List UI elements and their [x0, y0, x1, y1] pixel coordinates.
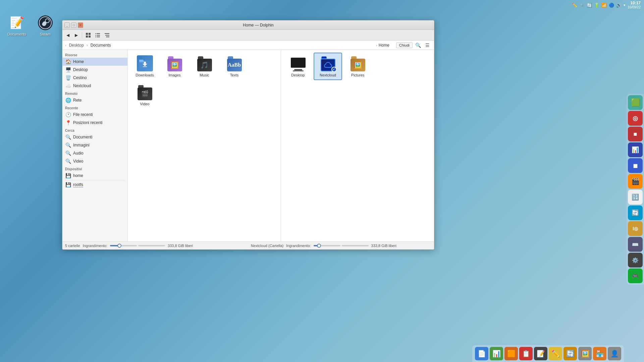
- file-item-music[interactable]: 🎵 Music: [190, 53, 219, 80]
- statusbar-right: Nextcloud (Cartella) Ingrandimento: 333,…: [248, 244, 434, 248]
- file-item-nextcloud2[interactable]: ✓ Nextcloud: [314, 53, 342, 80]
- file-item-pictures[interactable]: 🖼️ Pictures: [343, 53, 372, 80]
- sidebar-item-documenti[interactable]: 🔍 Documenti: [62, 133, 127, 141]
- taskbar-icon-writer[interactable]: ✏️: [549, 347, 562, 360]
- taskbar-icon-updater[interactable]: 🔄: [564, 347, 577, 360]
- forward-icon: ▶: [75, 33, 78, 38]
- sidebar-item-documenti-label: Documenti: [73, 135, 92, 139]
- forward-button[interactable]: ▶: [73, 31, 80, 39]
- close-panel-button[interactable]: Chiudi: [396, 42, 413, 48]
- home-dev-icon: 💾: [65, 173, 71, 178]
- sidebar-item-video-search[interactable]: 🔍 Video: [62, 157, 127, 165]
- toolbar-separator-1: [82, 32, 82, 39]
- sidebar-item-file-recenti[interactable]: 🕐 File recenti: [62, 111, 127, 119]
- topbar-edit-icon[interactable]: ✏️: [572, 3, 577, 8]
- dock-icon-app11[interactable]: ⚙️: [628, 253, 643, 267]
- topbar-expand-icon[interactable]: ▾: [624, 3, 626, 7]
- dock-icon-steam2[interactable]: 🎮: [628, 268, 643, 283]
- dock-icon-app1[interactable]: 🟩: [628, 95, 643, 110]
- dock-icon-app10[interactable]: ⌨️: [628, 237, 643, 252]
- taskbar-icon-presentation[interactable]: 📋: [519, 347, 533, 360]
- panel2-status: Nextcloud (Cartella): [251, 244, 283, 248]
- taskbar-icon-store[interactable]: 🏪: [593, 347, 606, 360]
- breadcrumb-desktop[interactable]: Desktop: [68, 42, 85, 48]
- sidebar-item-desktop[interactable]: 🖥️ Desktop: [62, 66, 127, 74]
- file-item-images[interactable]: 🖼️ Images: [160, 53, 189, 80]
- taskbar-icon-files[interactable]: 📄: [475, 347, 488, 360]
- sidebar-item-rete[interactable]: 🌐 Rete: [62, 96, 127, 104]
- taskbar-icon-notes[interactable]: 📝: [534, 347, 547, 360]
- desktop-icon-steam[interactable]: Steam: [32, 13, 59, 38]
- dock-icon-app2[interactable]: ◎: [628, 111, 643, 126]
- taskbar-icon-user[interactable]: 👤: [608, 347, 621, 360]
- dock-icon-vlc[interactable]: 🎬: [628, 174, 643, 189]
- back-button[interactable]: ◀: [64, 31, 71, 39]
- taskbar-icon-spreadsheet[interactable]: 📊: [490, 347, 503, 360]
- search-button[interactable]: 🔍: [414, 41, 422, 49]
- view-tree-icon: [105, 33, 109, 38]
- svg-rect-8: [97, 35, 100, 36]
- window-minimize-btn[interactable]: _: [64, 22, 70, 28]
- topbar-bluetooth-icon: 📶: [601, 3, 607, 8]
- panel2-zoom-thumb: [317, 244, 321, 248]
- file-panels: Downloads 🖼️: [128, 50, 434, 241]
- video-label: Video: [140, 102, 150, 106]
- desktop-icon-documents[interactable]: 📝 Documents: [3, 13, 30, 38]
- file-item-video[interactable]: 🎬 Video: [130, 81, 159, 109]
- svg-rect-19: [143, 66, 147, 67]
- taskbar-icon-viewer[interactable]: 🖼️: [578, 347, 592, 360]
- dock-icon-app5[interactable]: ◼: [628, 158, 643, 173]
- dock-icon-app9[interactable]: I◎: [628, 221, 643, 236]
- view-icons-button[interactable]: [84, 31, 92, 39]
- window-close-btn[interactable]: ✕: [78, 22, 83, 28]
- file-grid-1: Downloads 🖼️: [130, 53, 278, 109]
- downloads-folder-icon: [137, 55, 153, 71]
- dock-icon-app4[interactable]: 📊: [628, 142, 643, 157]
- sidebar-item-home-dev-label: home: [73, 173, 83, 178]
- svg-rect-5: [86, 36, 88, 38]
- taskbar-icon-kanboard[interactable]: 🟧: [504, 347, 518, 360]
- panel1-zoom-slider[interactable]: [110, 245, 137, 246]
- bottom-taskbar: 📄 📊 🟧 📋 📝 ✏️ 🔄 🖼️ 🏪 👤: [472, 345, 624, 362]
- toolbar: ◀ ▶: [62, 30, 434, 41]
- panel2-zoom-slider[interactable]: [314, 245, 340, 246]
- svg-rect-14: [105, 35, 109, 36]
- dolphin-window: _ □ ✕ Home — Dolphin ◀ ▶: [62, 20, 434, 250]
- topbar-refresh-icon[interactable]: 🔄: [587, 3, 592, 8]
- topbar-config-icon[interactable]: ⚙️: [579, 3, 585, 8]
- file-item-desktop2[interactable]: Desktop: [284, 53, 312, 80]
- back-icon: ◀: [66, 33, 69, 38]
- dock-icon-app3[interactable]: ■: [628, 127, 643, 141]
- sidebar-item-rootfs[interactable]: 💾 rootfs: [62, 181, 127, 189]
- rete-icon: 🌐: [65, 98, 71, 103]
- documenti-search-icon: 🔍: [65, 134, 71, 140]
- dock-icon-app8[interactable]: 🔄: [628, 205, 643, 220]
- menu-button[interactable]: ☰: [423, 41, 431, 49]
- pictures-folder-icon: 🖼️: [350, 55, 366, 71]
- sidebar-item-home-dev[interactable]: 💾 home: [62, 172, 127, 180]
- texts-label: Texts: [230, 73, 239, 77]
- sidebar: Risorse 🏠 Home 🖥️ Desktop 🗑️ Cestino ☁️ …: [62, 50, 128, 241]
- sidebar-item-home[interactable]: 🏠 Home: [62, 58, 127, 66]
- sidebar-item-immagini[interactable]: 🔍 Immagini: [62, 141, 127, 149]
- downloads-label: Downloads: [136, 73, 154, 77]
- sidebar-section-cerca: Cerca: [62, 127, 127, 133]
- sidebar-item-audio[interactable]: 🔍 Audio: [62, 149, 127, 157]
- panel2-zoom-control: [314, 245, 369, 246]
- panel2-zoom-slider2[interactable]: [342, 245, 369, 246]
- file-item-texts[interactable]: AaBb Texts: [220, 53, 249, 80]
- sidebar-item-posizioni-recenti[interactable]: 📍 Posizioni recenti: [62, 119, 127, 127]
- panel1-zoom-slider2[interactable]: [138, 245, 165, 246]
- sidebar-item-cestino[interactable]: 🗑️ Cestino: [62, 74, 127, 82]
- view-tree-button[interactable]: [103, 31, 111, 39]
- sidebar-item-nextcloud[interactable]: ☁️ Nextcloud: [62, 82, 127, 90]
- titlebar: _ □ ✕ Home — Dolphin: [62, 20, 434, 30]
- topbar-volume-icon[interactable]: 🔊: [616, 3, 622, 8]
- view-list-button[interactable]: [94, 31, 102, 39]
- dock-icon-calc[interactable]: 🔢: [628, 190, 643, 204]
- file-item-downloads[interactable]: Downloads: [130, 53, 159, 80]
- music-folder-icon: 🎵: [197, 55, 213, 71]
- window-maximize-btn[interactable]: □: [71, 22, 76, 28]
- sidebar-section-risorse: Risorse: [62, 51, 127, 58]
- topbar: ✏️ ⚙️ 🔄 🔋 📶 🔵 🔊 ▾ 10:17 16/09/22: [569, 0, 644, 10]
